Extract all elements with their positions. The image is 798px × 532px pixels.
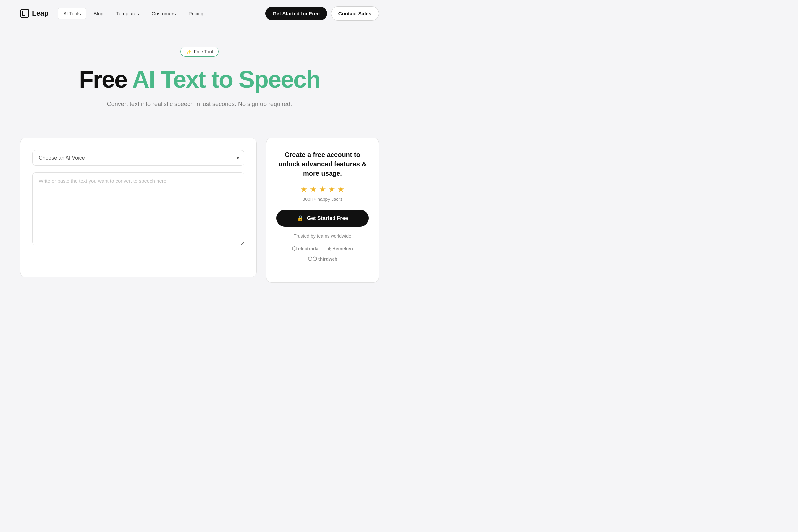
lock-icon: 🔒 <box>297 215 304 222</box>
main-nav: AI Tools Blog Templates Customers Pricin… <box>58 8 209 19</box>
free-tool-badge: ✨ Free Tool <box>180 46 218 57</box>
voice-select-wrapper: Choose an AI Voice ▾ <box>32 150 244 166</box>
star-2: ★ <box>309 185 317 194</box>
hero-section: ✨ Free Tool Free AI Text to Speech Conve… <box>0 26 399 138</box>
nav-pricing[interactable]: Pricing <box>183 8 209 19</box>
card-divider <box>276 270 369 270</box>
hero-subtitle: Convert text into realistic speech in ju… <box>7 101 392 108</box>
thirdweb-logo: ⬡⬡thirdweb <box>307 256 338 262</box>
nav-templates[interactable]: Templates <box>110 8 144 19</box>
navbar-actions: Get Started for Free Contact Sales <box>265 6 379 21</box>
star-rating: ★ ★ ★ ★ ★ <box>276 185 369 194</box>
star-5: ★ <box>338 185 345 194</box>
speech-text-input[interactable] <box>32 172 244 245</box>
star-4: ★ <box>328 185 336 194</box>
voice-select[interactable]: Choose an AI Voice <box>32 150 244 166</box>
navbar: Leap AI Tools Blog Templates Customers P… <box>0 0 399 26</box>
hero-title-black: Free <box>79 66 127 93</box>
main-content-area: Choose an AI Voice ▾ Create a free accou… <box>0 138 399 303</box>
get-started-free-button[interactable]: 🔒 Get Started Free <box>276 210 369 227</box>
heineken-logo: ★Heineken <box>326 245 353 252</box>
star-1: ★ <box>300 185 307 194</box>
hero-title: Free AI Text to Speech <box>7 66 392 93</box>
trusted-by-text: Trusted by teams worldwide <box>276 233 369 239</box>
hero-title-green: AI Text to Speech <box>132 66 320 93</box>
happy-users-count: 300K+ happy users <box>276 196 369 202</box>
company-row-1: ⬡electrada ★Heineken <box>292 245 353 252</box>
cta-card-title: Create a free account to unlock advanced… <box>276 150 369 178</box>
get-started-label: Get Started Free <box>307 215 348 222</box>
contact-sales-button[interactable]: Contact Sales <box>331 6 379 21</box>
nav-customers[interactable]: Customers <box>146 8 182 19</box>
svg-rect-0 <box>21 9 28 17</box>
nav-blog[interactable]: Blog <box>88 8 109 19</box>
leap-logo-icon <box>20 8 29 18</box>
nav-ai-tools[interactable]: AI Tools <box>58 8 87 19</box>
badge-label: Free Tool <box>193 49 213 54</box>
navbar-logo-group: Leap AI Tools Blog Templates Customers P… <box>20 8 209 19</box>
get-started-nav-button[interactable]: Get Started for Free <box>265 7 327 20</box>
company-row-2: ⬡⬡thirdweb <box>307 256 338 262</box>
tts-tool-card: Choose an AI Voice ▾ <box>20 138 257 277</box>
badge-icon: ✨ <box>186 49 191 54</box>
star-3: ★ <box>319 185 326 194</box>
electrada-logo: ⬡electrada <box>292 245 318 252</box>
signup-cta-card: Create a free account to unlock advanced… <box>266 138 379 283</box>
company-logos-group: ⬡electrada ★Heineken ⬡⬡thirdweb <box>276 245 369 262</box>
brand-name: Leap <box>32 9 48 18</box>
